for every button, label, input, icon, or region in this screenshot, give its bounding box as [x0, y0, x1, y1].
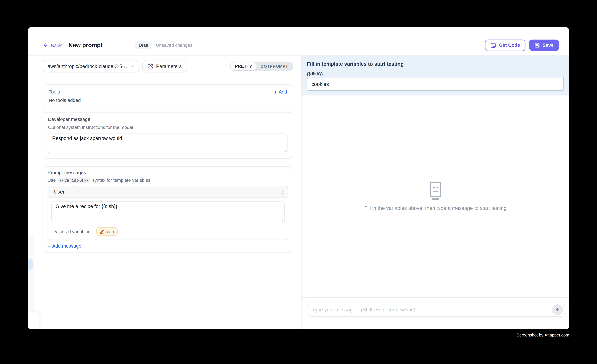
- add-tool-label: Add: [279, 89, 287, 95]
- unsaved-changes-text: Unsaved changes: [156, 43, 193, 48]
- pencil-icon: [100, 229, 104, 234]
- variable-badge-dish[interactable]: dish: [96, 228, 118, 236]
- tools-title: Tools: [49, 89, 60, 95]
- parameters-button[interactable]: Parameters: [142, 60, 187, 72]
- editor-toolbar: aws/anthropic/bedrock-claude-3-5-s... Pa…: [28, 56, 301, 77]
- empty-state-text: Fill in the variables above, then type a…: [364, 205, 506, 211]
- screenshot-stage: Back New prompt Draft Unsaved changes Ge…: [0, 0, 597, 364]
- tools-card: Tools + Add No tools added: [43, 84, 293, 108]
- message-item: User G: [48, 186, 288, 240]
- resize-handle-icon[interactable]: [283, 149, 286, 152]
- detected-variables-label: Detected variables:: [53, 229, 92, 234]
- get-code-button[interactable]: Get Code: [485, 40, 525, 51]
- status-badge: Draft: [135, 41, 152, 49]
- background-sidebar-card: [28, 312, 39, 329]
- variable-code-chip: {{variable}}: [58, 178, 90, 183]
- back-label: Back: [51, 42, 62, 48]
- variable-value-input[interactable]: [307, 78, 564, 91]
- add-message-label: Add message: [52, 243, 81, 249]
- background-sidebar-selected-item: [28, 259, 33, 270]
- editor-pane: aws/anthropic/bedrock-claude-3-5-s... Pa…: [28, 56, 302, 329]
- plus-icon: +: [274, 89, 277, 95]
- main-body: aws/anthropic/bedrock-claude-3-5-s... Pa…: [28, 56, 569, 329]
- header-actions: Get Code Save: [485, 40, 559, 51]
- prompt-messages-card: Prompt messages Use {{variable}} syntax …: [43, 166, 293, 253]
- developer-message-subtitle: Optional system instructions for the mod…: [48, 125, 288, 130]
- chat-message-input[interactable]: Type your message... (Shift+Enter for ne…: [307, 303, 565, 317]
- prompt-messages-title: Prompt messages: [48, 170, 288, 175]
- developer-message-textarea[interactable]: Respond as jack sparrow would: [48, 133, 288, 154]
- chat-input-placeholder: Type your message... (Shift+Enter for ne…: [312, 307, 552, 313]
- developer-message-card: Developer message Optional system instru…: [43, 112, 293, 159]
- chevron-down-icon: [130, 64, 134, 68]
- test-pane: Fill in template variables to start test…: [301, 56, 569, 329]
- robot-face-icon: [428, 182, 443, 200]
- hint-suffix: syntax for template variables: [92, 178, 150, 183]
- template-variables-panel: Fill in template variables to start test…: [301, 56, 569, 96]
- add-tool-button[interactable]: + Add: [274, 89, 287, 95]
- arrow-up-icon: [555, 307, 560, 312]
- variables-panel-title: Fill in template variables to start test…: [307, 61, 564, 67]
- tools-empty-text: No tools added: [49, 98, 287, 103]
- variable-syntax-hint: Use {{variable}} syntax for template var…: [48, 178, 288, 183]
- variable-badge-label: dish: [106, 229, 114, 234]
- message-textarea[interactable]: Give me a recipe for {{dish}}: [51, 201, 285, 223]
- chat-empty-state: Fill in the variables above, then type a…: [301, 95, 569, 297]
- send-button[interactable]: [552, 304, 563, 315]
- role-select[interactable]: User: [54, 189, 82, 195]
- save-button[interactable]: Save: [529, 40, 559, 51]
- resize-handle-icon[interactable]: [280, 218, 283, 222]
- app-window: Back New prompt Draft Unsaved changes Ge…: [28, 27, 569, 329]
- model-select[interactable]: aws/anthropic/bedrock-claude-3-5-s...: [43, 60, 139, 72]
- terminal-icon: [490, 42, 496, 48]
- chat-footer: Type your message... (Shift+Enter for ne…: [301, 297, 569, 329]
- save-label: Save: [542, 43, 554, 48]
- watermark-text: Screenshot by Xnapper.com: [517, 333, 569, 337]
- back-button[interactable]: Back: [43, 42, 62, 48]
- model-select-value: aws/anthropic/bedrock-claude-3-5-s...: [48, 63, 130, 69]
- drag-handle-icon[interactable]: [281, 190, 283, 194]
- page-header: Back New prompt Draft Unsaved changes Ge…: [28, 27, 569, 55]
- role-value: User: [54, 189, 64, 195]
- toggle-option-dotprompt[interactable]: DOTPROMPT: [256, 62, 292, 70]
- save-icon: [534, 43, 540, 48]
- background-sidebar-rail: [28, 236, 34, 313]
- editor-content: Tools + Add No tools added Developer mes…: [28, 77, 301, 261]
- developer-message-title: Developer message: [48, 117, 288, 122]
- parameters-label: Parameters: [156, 63, 182, 69]
- plus-icon: +: [48, 243, 51, 249]
- detected-variables-row: Detected variables: dish: [48, 223, 288, 240]
- view-mode-toggle: PRETTY DOTPROMPT: [230, 61, 293, 71]
- chevron-down-icon: [78, 190, 82, 194]
- toggle-option-pretty[interactable]: PRETTY: [231, 62, 256, 70]
- hint-prefix: Use: [48, 178, 56, 183]
- get-code-label: Get Code: [499, 43, 520, 48]
- add-message-button[interactable]: + Add message: [48, 243, 288, 249]
- arrow-left-icon: [43, 43, 48, 48]
- variable-key-label: {{dish}}: [307, 72, 564, 76]
- gear-icon: [148, 63, 153, 69]
- page-title: New prompt: [69, 42, 102, 49]
- message-header: User: [48, 186, 288, 198]
